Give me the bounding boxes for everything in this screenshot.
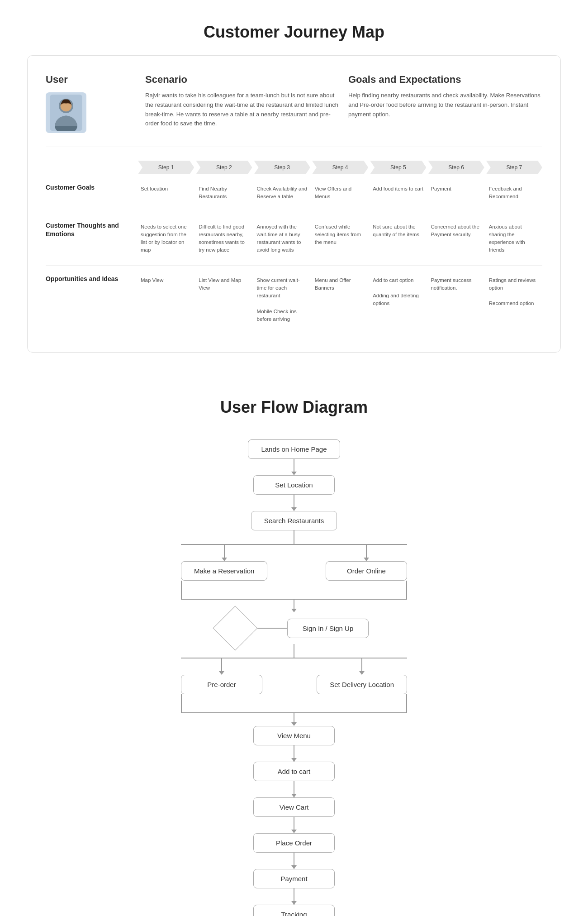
vline-branch1-top xyxy=(294,530,294,544)
flow-diagram: Lands on Home Page Set Location Search R… xyxy=(0,439,588,916)
flow-search: Search Restaurants xyxy=(251,511,337,530)
arrow-res xyxy=(222,558,227,561)
row-1-cell-2: Annoyed with the wait-time at a busy res… xyxy=(254,221,310,256)
vline-branch2-top xyxy=(294,644,294,658)
step-4: Step 4 xyxy=(312,161,368,174)
branch-1-container: Make a Reservation Order Online xyxy=(136,530,452,612)
step-3: Step 3 xyxy=(254,161,310,174)
goals-label: Goals and Expectations xyxy=(348,74,542,86)
conv-right xyxy=(406,581,407,599)
row-0-cell-3: View Offers and Menus xyxy=(312,183,368,203)
branch2-split: Pre-order Set Delivery Location xyxy=(181,658,407,694)
flow-order-online: Order Online xyxy=(326,561,407,581)
goals-text: Help finding nearby restaurants and chec… xyxy=(348,91,542,119)
arrow-order xyxy=(364,558,369,561)
row-0-cell-1: Find Nearby Restaurants xyxy=(196,183,252,203)
vline-conv2-left xyxy=(181,694,182,712)
flow-set-location: Set Location xyxy=(253,475,335,495)
avatar xyxy=(46,92,86,133)
journey-row-2: Opportunities and IdeasMap ViewList View… xyxy=(46,275,542,334)
hline-branch1 xyxy=(181,544,407,545)
row-2-cell-1: List View and Map View xyxy=(196,275,252,325)
row-0-cell-4: Add food items to cart xyxy=(370,183,426,203)
row-2-cell-5: Payment success notification. xyxy=(428,275,484,325)
arrow-atc xyxy=(294,781,294,797)
flow-tracking: Tracking xyxy=(253,905,335,916)
journey-header: User Scenario Rajvir wants to take his c… xyxy=(46,74,542,147)
flow-add-to-cart: Add to cart xyxy=(253,762,335,781)
vline-pre xyxy=(221,658,222,671)
row-1-cell-1: Difficult to find good resraurants nearb… xyxy=(196,221,252,256)
row-1-cell-6: Anxious about sharing the experience wit… xyxy=(486,221,542,256)
flow-view-menu: View Menu xyxy=(253,726,335,745)
arrow-del xyxy=(359,671,365,675)
flow-sign-in: Sign In / Sign Up xyxy=(287,619,369,638)
row-0-cell-2: Check Availability and Reserve a table xyxy=(254,183,310,203)
step-7: Step 7 xyxy=(486,161,542,174)
row-1-cell-3: Confused while selecting items from the … xyxy=(312,221,368,256)
arrow-diamond xyxy=(291,609,297,612)
arrow-vm xyxy=(294,745,294,762)
arrow-2 xyxy=(294,495,294,511)
arrow-pre xyxy=(219,671,224,675)
user-section: User xyxy=(46,74,136,133)
branch-left-preorder: Pre-order xyxy=(181,658,262,694)
steps-row: Step 1 Step 2 Step 3 Step 4 Step 5 Step … xyxy=(46,161,542,174)
row-2-cell-0: Map View xyxy=(138,275,194,325)
flow-pre-order: Pre-order xyxy=(181,675,262,694)
branch-right-order: Order Online xyxy=(326,545,407,581)
row-1-cell-4: Not sure about the quantity of the items xyxy=(370,221,426,256)
vline-order xyxy=(366,545,367,558)
steps-empty xyxy=(46,161,136,174)
arrow-menu xyxy=(291,722,297,726)
conv-left xyxy=(181,581,182,599)
vline-res xyxy=(224,545,225,558)
row-0-cell-6: Feedback and Recommend xyxy=(486,183,542,203)
row-1-cell-0: Needs to select one suggestion from the … xyxy=(138,221,194,256)
flow-place-order: Place Order xyxy=(253,833,335,853)
vline-conv-right xyxy=(406,581,407,599)
goals-section: Goals and Expectations Help finding near… xyxy=(348,74,542,133)
branch-2-container: Pre-order Set Delivery Location xyxy=(136,644,452,726)
branch-left-reservation: Make a Reservation xyxy=(181,545,267,581)
row-2-cell-4: Add to cart option Adding and deleting o… xyxy=(370,275,426,325)
scenario-text: Rajvir wants to take his colleagues for … xyxy=(145,91,339,129)
step-2: Step 2 xyxy=(196,161,252,174)
vline-to-diamond xyxy=(294,600,294,609)
journey-rows: Customer GoalsSet locationFind Nearby Re… xyxy=(46,183,542,334)
arrow-vc xyxy=(294,817,294,833)
step-6: Step 6 xyxy=(428,161,484,174)
row-label-0: Customer Goals xyxy=(46,183,136,203)
journey-map: User Scenario Rajvir wants to take his c… xyxy=(27,55,561,353)
step-1: Step 1 xyxy=(138,161,194,174)
row-2-cell-2: Show current wait-time for each restaura… xyxy=(254,275,310,325)
row-2-cell-3: Menu and Offer Banners xyxy=(312,275,368,325)
arrow-1 xyxy=(294,459,294,475)
row-1-cell-5: Concerned about the Payment security. xyxy=(428,221,484,256)
diamond-row: Sign In / Sign Up xyxy=(219,612,369,644)
row-label-2: Opportunities and Ideas xyxy=(46,275,136,325)
row-2-cell-6: Ratings and reviews option Recommend opt… xyxy=(486,275,542,325)
vline-conv-left xyxy=(181,581,182,599)
flow-title: User Flow Diagram xyxy=(0,380,588,439)
flow-payment: Payment xyxy=(253,869,335,888)
arrow-pay xyxy=(294,888,294,905)
vline-conv2-right xyxy=(406,694,407,712)
row-label-1: Customer Thoughts and Emotions xyxy=(46,221,136,256)
user-label: User xyxy=(46,74,136,86)
vline-del xyxy=(361,658,362,671)
branch1-converge xyxy=(181,581,407,599)
scenario-label: Scenario xyxy=(145,74,339,86)
journey-row-1: Customer Thoughts and EmotionsNeeds to s… xyxy=(46,221,542,266)
page-title: Customer Journey Map xyxy=(0,0,588,55)
branch1-split: Make a Reservation Order Online xyxy=(181,545,407,581)
step-5: Step 5 xyxy=(370,161,426,174)
journey-row-0: Customer GoalsSet locationFind Nearby Re… xyxy=(46,183,542,212)
row-0-cell-5: Payment xyxy=(428,183,484,203)
arrow-po xyxy=(294,853,294,869)
flow-set-delivery: Set Delivery Location xyxy=(317,675,407,694)
branch2-converge xyxy=(181,694,407,712)
flow-section: User Flow Diagram Lands on Home Page Set… xyxy=(0,380,588,916)
vline-to-menu xyxy=(294,713,294,722)
branch-right-delivery: Set Delivery Location xyxy=(317,658,407,694)
